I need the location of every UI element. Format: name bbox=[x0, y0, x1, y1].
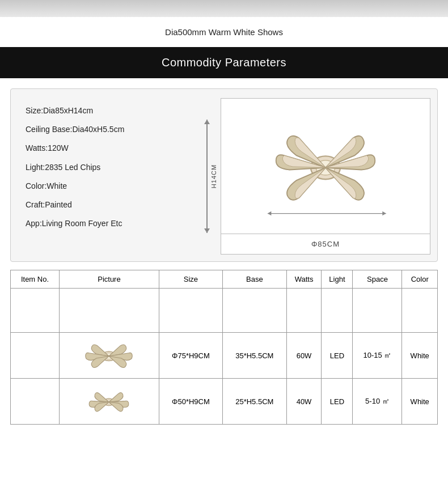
spec-craft: Craft:Painted bbox=[26, 198, 193, 212]
col-size: Size bbox=[159, 270, 222, 289]
cell-watts-2: 40W bbox=[286, 379, 322, 425]
col-base: Base bbox=[222, 270, 286, 289]
table-row: Φ75*H9CM 35*H5.5CM 60W LED 10-15 ㎡ White bbox=[11, 333, 438, 379]
cell-color-2: White bbox=[402, 379, 438, 425]
commodity-header-text: Commodity Parameters bbox=[162, 56, 286, 69]
lamp-diagram-svg bbox=[252, 109, 399, 223]
top-image-band bbox=[0, 0, 448, 17]
col-color: Color bbox=[402, 270, 438, 289]
spec-box: Size:Dia85xH14cm Ceiling Base:Dia40xH5.5… bbox=[10, 88, 438, 262]
spec-color: Color:White bbox=[26, 179, 193, 193]
spec-watts: Watts:120W bbox=[26, 141, 193, 155]
cell-picture-1 bbox=[59, 333, 159, 379]
col-watts: Watts bbox=[286, 270, 322, 289]
dimension-line-vertical: H14CM bbox=[206, 120, 208, 233]
spec-ceiling-base: Ceiling Base:Dia40xH5.5cm bbox=[26, 122, 193, 137]
cell-light-0 bbox=[322, 289, 353, 333]
cell-item-no-2 bbox=[11, 379, 60, 425]
cell-size-0 bbox=[159, 289, 222, 333]
cell-size-1: Φ75*H9CM bbox=[159, 333, 222, 379]
dimension-label-horizontal: Φ85CM bbox=[221, 234, 430, 255]
spec-right: Φ85CM bbox=[221, 98, 430, 255]
subtitle-text: Dia500mm Warm White Shows bbox=[165, 27, 283, 37]
product-table: Item No. Picture Size Base Watts Light S… bbox=[10, 270, 438, 425]
subtitle-bar: Dia500mm Warm White Shows bbox=[0, 17, 448, 47]
cell-picture-2 bbox=[59, 379, 159, 425]
table-header-row: Item No. Picture Size Base Watts Light S… bbox=[11, 270, 438, 289]
lamp-thumb-2 bbox=[78, 382, 140, 419]
cell-color-0 bbox=[402, 289, 438, 333]
cell-watts-1: 60W bbox=[286, 333, 322, 379]
cell-light-2: LED bbox=[322, 379, 353, 425]
cell-base-1: 35*H5.5CM bbox=[222, 333, 286, 379]
cell-light-1: LED bbox=[322, 333, 353, 379]
col-picture: Picture bbox=[59, 270, 159, 289]
dimension-h-text: Φ85CM bbox=[311, 240, 340, 248]
spec-light: Light:2835 Led Chips bbox=[26, 160, 193, 175]
dimension-label-v: H14CM bbox=[210, 164, 217, 188]
cell-base-0 bbox=[222, 289, 286, 333]
cell-watts-0 bbox=[286, 289, 322, 333]
commodity-header: Commodity Parameters bbox=[0, 47, 448, 78]
spec-size: Size:Dia85xH14cm bbox=[26, 104, 193, 118]
table-row bbox=[11, 289, 438, 333]
lamp-image-box bbox=[221, 98, 430, 234]
cell-color-1: White bbox=[402, 333, 438, 379]
col-item-no: Item No. bbox=[11, 270, 60, 289]
cell-space-1: 10-15 ㎡ bbox=[353, 333, 402, 379]
svg-marker-4 bbox=[382, 211, 386, 215]
lamp-thumb-1 bbox=[78, 336, 140, 373]
cell-space-0 bbox=[353, 289, 402, 333]
cell-base-2: 25*H5.5CM bbox=[222, 379, 286, 425]
cell-picture-0 bbox=[59, 289, 159, 333]
cell-size-2: Φ50*H9CM bbox=[159, 379, 222, 425]
cell-space-2: 5-10 ㎡ bbox=[353, 379, 402, 425]
col-space: Space bbox=[353, 270, 402, 289]
cell-item-no-0 bbox=[11, 289, 60, 333]
svg-marker-3 bbox=[268, 211, 272, 215]
cell-item-no-1 bbox=[11, 333, 60, 379]
spec-app: App:Living Room Foyer Etc bbox=[26, 217, 193, 231]
table-row: Φ50*H9CM 25*H5.5CM 40W LED 5-10 ㎡ White bbox=[11, 379, 438, 425]
col-light: Light bbox=[322, 270, 353, 289]
spec-left: Size:Dia85xH14cm Ceiling Base:Dia40xH5.5… bbox=[18, 98, 193, 255]
vertical-dimension: H14CM bbox=[193, 98, 221, 255]
